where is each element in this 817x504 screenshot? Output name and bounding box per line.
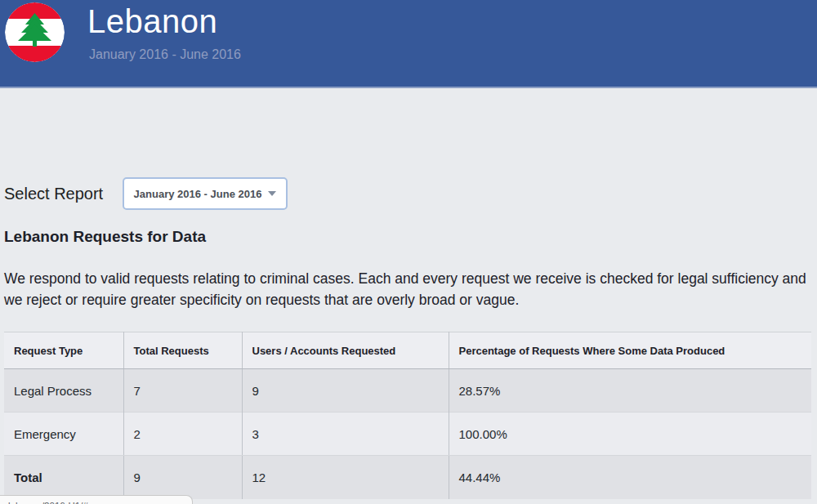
cell-request-type: Legal Process <box>4 369 123 413</box>
report-page: Lebanon January 2016 - June 2016 Select … <box>0 0 817 504</box>
cell-percentage: 28.57% <box>449 369 811 413</box>
cell-request-type: Emergency <box>4 413 123 456</box>
table-row-legal-process: Legal Process 7 9 28.57% <box>4 369 811 413</box>
lebanon-flag-icon <box>5 2 65 62</box>
requests-table: Request Type Total Requests Users / Acco… <box>4 332 811 499</box>
column-header-total-requests: Total Requests <box>123 332 242 369</box>
cell-percentage: 100.00% <box>449 413 811 456</box>
link-preview-status-bar: lebanon/2016-H1/# <box>0 495 193 504</box>
cell-total-requests: 9 <box>123 456 242 499</box>
report-period-selected: January 2016 - June 2016 <box>134 188 262 200</box>
page-header: Lebanon January 2016 - June 2016 <box>0 0 817 88</box>
table-row-emergency: Emergency 2 3 100.00% <box>4 413 811 456</box>
column-header-percentage: Percentage of Requests Where Some Data P… <box>449 332 811 369</box>
link-preview-url: lebanon/2016-H1/# <box>8 501 88 504</box>
cell-request-type: Total <box>4 456 123 499</box>
cell-users-accounts: 12 <box>242 456 449 499</box>
cell-total-requests: 2 <box>123 413 242 456</box>
cell-percentage: 44.44% <box>449 456 811 499</box>
table-row-total: Total 9 12 44.44% <box>4 456 811 499</box>
report-period-dropdown[interactable]: January 2016 - June 2016 <box>123 177 288 210</box>
section-description: We respond to valid requests relating to… <box>4 268 813 310</box>
section-heading: Lebanon Requests for Data <box>4 228 206 246</box>
cell-total-requests: 7 <box>123 369 242 413</box>
column-header-request-type: Request Type <box>4 332 123 369</box>
page-subtitle: January 2016 - June 2016 <box>89 47 241 62</box>
page-title: Lebanon <box>87 3 217 40</box>
chevron-down-icon <box>268 191 276 196</box>
cell-users-accounts: 3 <box>242 413 449 456</box>
table-header-row: Request Type Total Requests Users / Acco… <box>4 332 811 369</box>
cell-users-accounts: 9 <box>242 369 449 413</box>
select-report-label: Select Report <box>4 178 103 210</box>
column-header-users-accounts: Users / Accounts Requested <box>242 332 449 369</box>
